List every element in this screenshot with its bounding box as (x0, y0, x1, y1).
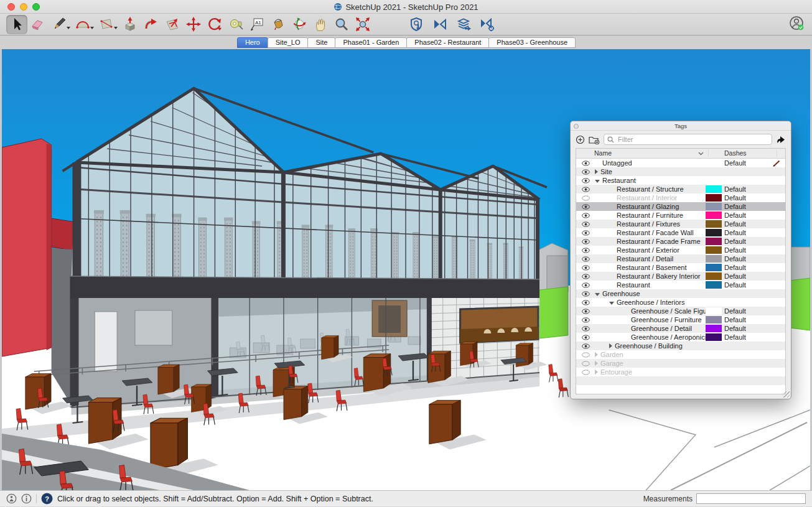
zoom-extents-tool-button[interactable] (352, 15, 373, 34)
tag-row[interactable]: Restaurant / DetailDefault (576, 254, 785, 263)
line-tool-button[interactable] (49, 15, 70, 34)
dashes-value[interactable]: Default (724, 202, 746, 211)
eye-visible-icon[interactable] (576, 274, 595, 279)
dashes-value[interactable]: Default (724, 272, 746, 281)
panel-resize-handle[interactable] (783, 391, 790, 398)
panel-close-button[interactable] (574, 124, 579, 129)
dashes-column-header[interactable]: Dashes (724, 149, 747, 157)
dashes-value[interactable]: Default (724, 281, 746, 289)
tag-folder-row[interactable]: Garden (576, 350, 785, 359)
eye-visible-icon[interactable] (576, 239, 595, 244)
tag-row[interactable]: Restaurant / FixturesDefault (576, 220, 785, 228)
tag-color-swatch[interactable] (706, 220, 722, 228)
tag-color-swatch[interactable] (706, 272, 722, 280)
eye-visible-icon[interactable] (576, 300, 595, 305)
eye-visible-icon[interactable] (576, 221, 595, 227)
eye-hidden-icon[interactable] (576, 361, 595, 366)
eye-hidden-icon[interactable] (576, 352, 595, 358)
tag-color-swatch[interactable] (706, 229, 722, 236)
tags-panel-titlebar[interactable]: Tags (571, 121, 791, 131)
help-icon[interactable]: ? (41, 493, 53, 505)
tag-color-swatch[interactable] (706, 325, 722, 332)
tag-row[interactable]: Restaurant / Facade WallDefault (576, 228, 785, 237)
eye-visible-icon[interactable] (576, 309, 595, 314)
tag-color-swatch[interactable] (706, 255, 722, 263)
eye-visible-icon[interactable] (576, 291, 595, 297)
account-button[interactable] (788, 15, 805, 34)
tag-row[interactable]: Greenhouse / DetailDefault (576, 324, 785, 333)
tag-row[interactable]: Greenhouse / AeroponicsDefault (576, 333, 785, 342)
info-icon[interactable] (21, 493, 32, 504)
eye-visible-icon[interactable] (576, 282, 595, 288)
tag-folder-row[interactable]: Garage (576, 359, 785, 368)
tag-folder-row[interactable]: Restaurant (576, 176, 785, 185)
name-column-header[interactable]: Name (594, 149, 612, 157)
dashes-value[interactable]: Default (724, 324, 746, 333)
text-tool-button[interactable]: A1 (246, 15, 268, 34)
tag-row[interactable]: Restaurant / BasementDefault (576, 263, 785, 272)
tag-row[interactable]: Restaurant / InteriorDefault (576, 193, 785, 202)
tag-row[interactable]: Greenhouse / FurnitureDefault (576, 315, 785, 324)
disclosure-triangle[interactable] (595, 180, 600, 183)
eye-visible-icon[interactable] (576, 265, 595, 271)
extension-flip-settings-button[interactable] (477, 15, 498, 34)
pan-tool-button[interactable] (310, 15, 331, 34)
tag-color-swatch[interactable] (706, 238, 722, 245)
eye-visible-icon[interactable] (576, 335, 595, 340)
dashes-value[interactable]: Default (724, 220, 746, 228)
move-tool-button[interactable] (183, 15, 204, 34)
dashes-value[interactable]: Default (724, 263, 746, 272)
measurements-input[interactable] (696, 493, 806, 504)
dashes-value[interactable]: Default (724, 211, 746, 220)
arc-dropdown-caret[interactable] (90, 27, 94, 29)
sort-chevron-icon[interactable] (698, 152, 704, 156)
tag-color-swatch[interactable] (706, 212, 722, 219)
eye-visible-icon[interactable] (576, 256, 595, 262)
dashes-value[interactable]: Default (724, 193, 746, 202)
orbit-tool-button[interactable] (289, 15, 310, 34)
add-tag-button[interactable] (576, 135, 585, 144)
disclosure-triangle[interactable] (595, 352, 598, 357)
tag-row[interactable]: Restaurant / StructureDefault (576, 185, 785, 193)
eye-visible-icon[interactable] (576, 204, 595, 210)
dashes-value[interactable]: Default (724, 228, 746, 237)
tag-folder-row[interactable]: Greenhouse / Building (576, 342, 785, 350)
tag-color-swatch[interactable] (706, 307, 722, 315)
paint-bucket-tool-button[interactable] (268, 15, 289, 34)
tag-row[interactable]: Restaurant / GlazingDefault (576, 202, 785, 211)
eye-visible-icon[interactable] (576, 178, 595, 184)
disclosure-triangle[interactable] (609, 302, 614, 305)
extension-flip-button[interactable] (429, 15, 450, 34)
arc-tool-button[interactable] (72, 15, 93, 34)
follow-me-tool-button[interactable] (141, 15, 162, 34)
tag-color-swatch[interactable] (706, 316, 722, 323)
eye-visible-icon[interactable] (576, 187, 595, 192)
tag-row[interactable]: UntaggedDefault (576, 159, 785, 167)
disclosure-triangle[interactable] (595, 370, 598, 374)
tag-row[interactable]: Restaurant / Bakery InteriorDefault (576, 272, 785, 281)
extension-layer-export-button[interactable] (453, 15, 474, 34)
tag-folder-row[interactable]: Site (576, 167, 785, 176)
tag-color-swatch[interactable] (706, 246, 722, 254)
push-pull-tool-button[interactable] (119, 15, 141, 34)
tag-row[interactable]: Restaurant / Facade FrameDefault (576, 237, 785, 246)
scene-tab-site[interactable]: Site (307, 37, 335, 48)
eye-hidden-icon[interactable] (576, 370, 595, 375)
tag-folder-row[interactable]: Greenhouse / Interiors (576, 298, 785, 307)
eye-visible-icon[interactable] (576, 160, 595, 166)
panel-details-button[interactable] (776, 135, 786, 144)
tag-color-swatch[interactable] (706, 264, 722, 271)
extension-badge-download-button[interactable] (406, 15, 427, 34)
add-tag-folder-button[interactable] (589, 135, 600, 144)
scene-tab-phase02-restaurant[interactable]: Phase02 - Restaurant (406, 37, 489, 48)
eye-visible-icon[interactable] (576, 248, 595, 253)
scene-tab-phase03-greenhouse[interactable]: Phase03 - Greenhouse (488, 37, 576, 48)
tag-folder-row[interactable]: Entourage (576, 368, 785, 376)
tag-folder-row[interactable]: Greenhouse (576, 289, 785, 298)
scene-tab-hero[interactable]: Hero (237, 37, 268, 48)
dashes-value[interactable]: Default (724, 159, 746, 167)
tag-row[interactable]: RestaurantDefault (576, 281, 785, 289)
model-viewport[interactable]: Tags Name (0, 49, 812, 490)
offset-tool-button[interactable] (162, 15, 183, 34)
eraser-tool-button[interactable] (27, 15, 49, 34)
